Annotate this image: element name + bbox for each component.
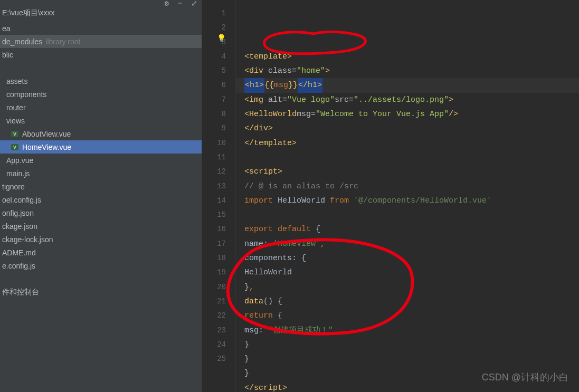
line-number: 11 (202, 150, 226, 165)
line-number: 15 (202, 208, 226, 222)
line-number: 23 (202, 323, 226, 338)
line-number: 5 (202, 64, 226, 78)
line-number: 4 (202, 50, 226, 64)
code-line[interactable]: }, (244, 280, 579, 294)
tree-item-label: AboutView.vue (22, 130, 71, 138)
tree-item-label: ea (2, 24, 11, 33)
code-line[interactable]: </script> (244, 381, 579, 392)
tree-item-label: de_modules (2, 37, 42, 46)
tree-item[interactable]: tignore (0, 180, 202, 193)
code-line[interactable]: } (244, 352, 579, 366)
path-label: E:\vue项目\xxxx (2, 8, 55, 18)
vue-file-icon: V (11, 130, 19, 138)
tree-item[interactable]: VHomeView.vue (0, 140, 202, 154)
tree-item[interactable]: blic (0, 48, 202, 61)
tree-item-label: assets (6, 77, 27, 85)
line-number: 18 (202, 251, 226, 265)
code-line[interactable]: </div> (244, 121, 579, 136)
sidebar-toolbar: ⚙ － ⤢ (0, 0, 202, 6)
line-number: 21 (202, 294, 226, 309)
tree-item[interactable] (0, 272, 202, 285)
line-number: 12 (202, 165, 226, 179)
intention-bulb-icon[interactable]: 💡 (217, 32, 226, 46)
line-number: 16 (202, 222, 226, 236)
tree-item-label: router (6, 103, 26, 112)
line-number: 10 (202, 136, 226, 150)
tree-item[interactable]: ea (0, 22, 202, 35)
tree-item-label: onfig.json (2, 209, 34, 217)
tree-item-label: main.js (6, 169, 30, 178)
line-number: 17 (202, 237, 226, 251)
line-number: 6 (202, 78, 226, 92)
tree-item[interactable]: oel.config.js (0, 193, 202, 206)
tree-item[interactable]: ckage-lock.json (0, 233, 202, 246)
line-number: 24 (202, 338, 226, 352)
tree-item[interactable] (0, 61, 202, 74)
code-line[interactable]: <img alt="Vue logo" src="../assets/logo.… (244, 93, 579, 107)
code-line[interactable]: // @ is an alias to /src (244, 179, 579, 194)
tree-item[interactable]: onfig.json (0, 206, 202, 219)
code-line[interactable]: data() { (244, 294, 579, 309)
tree-item-label: oel.config.js (2, 196, 41, 204)
code-line[interactable]: components: { (244, 251, 579, 265)
line-number: 19 (202, 265, 226, 280)
tree-item-label: App.vue (6, 156, 33, 165)
tree-item[interactable]: components (0, 88, 202, 101)
vue-file-icon: V (11, 143, 19, 151)
code-line[interactable]: HelloWorld (244, 265, 579, 280)
tree-item-label: ADME.md (2, 248, 36, 257)
line-number: 22 (202, 309, 226, 323)
project-path[interactable]: E:\vue项目\xxxx (0, 6, 202, 20)
code-line[interactable]: return { (244, 309, 579, 323)
line-number: 14 (202, 194, 226, 208)
tree-item[interactable]: views (0, 114, 202, 127)
code-line[interactable]: } (244, 366, 579, 380)
tree-item[interactable]: 件和控制台 (0, 285, 202, 299)
tree-item-label: views (6, 117, 25, 125)
tree-item[interactable]: assets (0, 74, 202, 88)
library-root-label: library root (45, 37, 80, 46)
tree-item-label: components (6, 90, 46, 99)
tree-item-label: ckage.json (2, 222, 37, 231)
code-content[interactable]: 💡 <template> <div class="home"> <h1>{{ms… (236, 0, 579, 392)
tree-item[interactable]: VAboutView.vue (0, 127, 202, 140)
tree-item[interactable]: main.js (0, 167, 202, 180)
code-line[interactable]: } (244, 338, 579, 352)
code-line[interactable]: msg: "创建项目成功！" (244, 323, 579, 338)
tree-item-label: ckage-lock.json (2, 235, 53, 244)
code-line[interactable] (244, 150, 579, 165)
code-line[interactable]: <script> (244, 165, 579, 179)
tree-item[interactable]: App.vue (0, 154, 202, 167)
code-line[interactable] (244, 208, 579, 222)
tree-item-label: 件和控制台 (2, 288, 39, 297)
code-line[interactable]: <h1>{{msg}}</h1> (236, 78, 579, 92)
code-line[interactable]: name: 'HomeView', (244, 237, 579, 251)
tree-item[interactable]: router (0, 101, 202, 114)
tree-item-label: tignore (2, 183, 25, 191)
code-line[interactable]: </template> (244, 136, 579, 150)
line-number: 9 (202, 121, 226, 136)
editor: 1234567891011121314151617181920212223242… (202, 0, 579, 392)
code-line[interactable]: import HelloWorld from '@/components/Hel… (244, 194, 579, 208)
tree-item-label: e.config.js (2, 262, 35, 270)
line-gutter: 1234567891011121314151617181920212223242… (202, 0, 236, 392)
code-line[interactable]: export default { (244, 222, 579, 236)
tree-item[interactable]: ckage.json (0, 219, 202, 233)
code-line[interactable]: <template> (244, 50, 579, 64)
line-number: 13 (202, 179, 226, 194)
line-number: 7 (202, 93, 226, 107)
tree-item[interactable]: ADME.md (0, 246, 202, 259)
code-line[interactable]: <HelloWorld msg="Welcome to Your Vue.js … (244, 107, 579, 121)
line-number: 25 (202, 352, 226, 366)
project-sidebar: ⚙ － ⤢ E:\vue项目\xxxx eade_moduleslibrary … (0, 0, 202, 392)
line-number: 1 (202, 6, 226, 21)
line-number: 20 (202, 280, 226, 294)
line-number: 8 (202, 107, 226, 121)
editor-area: README.mdmain.jsHomeView.vuepackage.json… (202, 0, 579, 392)
tree-item[interactable]: de_moduleslibrary root (0, 35, 202, 48)
file-tree[interactable]: eade_moduleslibrary rootblicassetscompon… (0, 20, 202, 392)
code-line[interactable]: <div class="home"> (244, 64, 579, 78)
tree-item[interactable]: e.config.js (0, 259, 202, 272)
tree-item-label: blic (2, 51, 13, 59)
tree-item-label: HomeView.vue (22, 143, 71, 151)
